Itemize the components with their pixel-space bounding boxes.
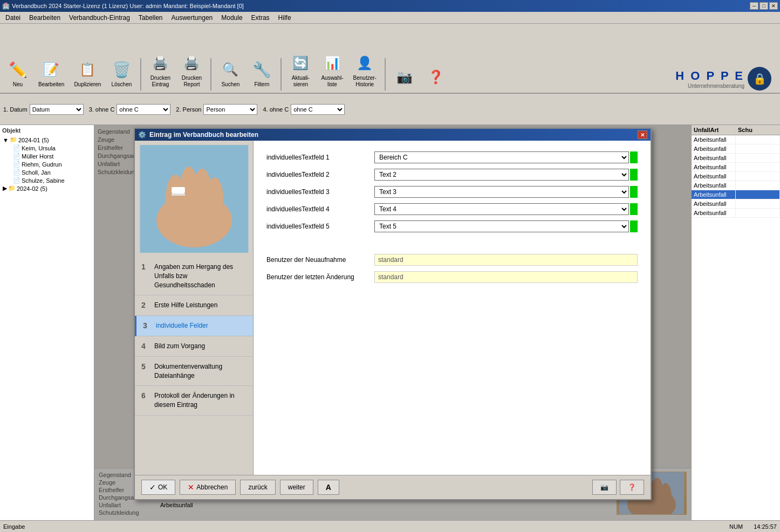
menu-extras[interactable]: Extras [247,12,274,23]
toolbar-history-label: Benutzer-Historie [353,75,377,88]
nav-label-5: Dokumentenverwaltung Dateianhänge [154,362,222,381]
modal-body: 1 Angaben zum Hergang des Unfalls bzw Ge… [135,141,651,475]
toolbar-help-button[interactable]: ❓ [421,64,450,91]
toolbar-edit-button[interactable]: 📝 Bearbeiten [35,56,68,91]
filter-select-2[interactable]: Person [203,104,257,115]
print-entry-icon: 🖨️ [149,52,171,74]
doc-icon-riehm: 📄 [13,161,20,168]
right-panel-cell-3-1 [736,163,780,171]
field1-select[interactable]: Bereich C [374,151,629,163]
right-panel-row-7[interactable]: Arbeitsunfall [692,199,780,209]
readonly1-value: standard [374,254,638,266]
tree-item-scholl[interactable]: 📄 Scholl, Jan [2,168,92,176]
menu-tabellen[interactable]: Tabellen [134,12,167,23]
menu-auswertungen[interactable]: Auswertungen [167,12,217,23]
toolbar-copy-button[interactable]: 📋 Duplizieren [70,56,105,91]
toolbar-search-label: Suchen [221,81,240,88]
maximize-button[interactable]: □ [760,2,768,10]
right-panel-cell-5-1 [736,181,780,190]
menu-module[interactable]: Module [217,12,247,23]
readonly2-value: standard [374,271,638,283]
field4-select[interactable]: Text 4 [374,203,629,215]
tree-item-keim[interactable]: 📄 Keim, Ursula [2,144,92,152]
nav-num-1: 1 [141,262,150,271]
filter-icon: 🔧 [251,59,272,80]
toolbar-print-report-label: DruckenReport [182,75,202,88]
field3-select[interactable]: Text 3 [374,186,629,198]
menu-verbandbuch[interactable]: Verbandbuch-Eintrag [65,12,134,23]
toolbar-refresh-button[interactable]: 🔄 Aktuali-sieren [286,50,315,91]
toolbar-new-button[interactable]: ✏️ Neu [3,56,32,91]
field5-select[interactable]: Text 5 [374,220,629,232]
status-bar: Eingabe NUM 14:25:57 [0,520,780,532]
filter-select-4[interactable]: ohne C [291,104,345,115]
toolbar-divider-1 [140,58,141,91]
help-icon: ❓ [425,66,447,88]
minimize-button[interactable]: ─ [750,2,758,10]
right-panel-cell-4-1 [736,172,780,181]
right-panel-cell-5-0: Arbeitsunfall [692,181,736,190]
right-panel-row-2[interactable]: Arbeitsunfall [692,154,780,163]
toolbar-camera-button[interactable]: 📷 [390,64,419,91]
svg-rect-7 [172,194,185,196]
tree-group-2024-01-header[interactable]: ▼ 📁 2024-01 (5) [2,136,92,144]
doc-icon-scholl: 📄 [13,169,20,176]
filter-select-1[interactable]: Datum [30,104,84,115]
ok-button[interactable]: ✓ OK [141,480,175,495]
toolbar-delete-button[interactable]: 🗑️ Löschen [107,56,136,91]
menu-hilfe[interactable]: Hilfe [274,12,296,23]
toolbar-search-button[interactable]: 🔍 Suchen [216,56,245,91]
menu-bearbeiten[interactable]: Bearbeiten [25,12,65,23]
toolbar-history-button[interactable]: 👤 Benutzer-Historie [350,50,380,91]
toolbar: ✏️ Neu 📝 Bearbeiten 📋 Duplizieren 🗑️ Lös… [0,24,780,94]
modal-help-button[interactable]: ❓ [620,480,644,495]
field2-label: individuellesTextfeld 2 [266,171,374,178]
field2-select[interactable]: Text 2 [374,169,629,181]
expand-icon-2024-02: ▶ [3,185,7,192]
nav-item-6[interactable]: 6 Protokoll der Änderungen in diesem Ein… [135,386,253,416]
toolbar-filter-button[interactable]: 🔧 Filtern [247,56,276,91]
right-panel-row-4[interactable]: Arbeitsunfall [692,172,780,181]
tree-panel: Objekt ▼ 📁 2024-01 (5) 📄 Keim, Ursula 📄 … [0,125,94,520]
tree-item-mueller[interactable]: 📄 Müller Horst [2,152,92,160]
nav-item-2[interactable]: 2 Erste Hilfe Leistungen [135,295,253,316]
field3-wrap: Text 3 [374,186,638,198]
toolbar-print-report-button[interactable]: 🖨️ DruckenReport [177,50,206,91]
modal-title-text: Eintrag im Verbandbuch bearbeiten [149,131,258,139]
tree-group-2024-02-header[interactable]: ▶ 📁 2024-02 (5) [2,184,92,192]
right-panel-row-5[interactable]: Arbeitsunfall [692,181,780,190]
nav-item-3[interactable]: 3 individuelle Felder [135,316,253,336]
form-row-readonly2: Benutzer der letzten Änderung standard [266,271,638,283]
right-panel-row-8[interactable]: Arbeitsunfall [692,209,780,218]
form-row-field5: individuellesTextfeld 5 Text 5 [266,220,638,232]
nav-label-1: Angaben zum Hergang des Unfalls bzw Gesu… [154,262,247,289]
modal-image [139,145,249,253]
modal-footer-right: 📷 ❓ [592,480,644,495]
window-controls[interactable]: ─ □ ✕ [750,2,778,10]
toolbar-list-button[interactable]: 📊 Auswahl-liste [317,50,347,91]
right-panel-row-3[interactable]: Arbeitsunfall [692,163,780,172]
field5-indicator [630,220,638,232]
field5-wrap: Text 5 [374,220,638,232]
right-panel-row-0[interactable]: Arbeitsunfall [692,135,780,144]
right-panel-row-1[interactable]: Arbeitsunfall [692,144,780,154]
modal-title-icon: ⚙️ [138,131,146,139]
menu-datei[interactable]: Datei [1,12,25,23]
back-button[interactable]: zurück [240,480,275,495]
toolbar-print-entry-button[interactable]: 🖨️ DruckenEintrag [146,50,175,91]
nav-item-4[interactable]: 4 Bild zum Vorgang [135,336,253,357]
modal-close-button[interactable]: ✕ [638,130,647,139]
close-button[interactable]: ✕ [769,2,778,10]
tree-item-schulze[interactable]: 📄 Schulze, Sabine [2,176,92,184]
tree-item-riehm[interactable]: 📄 Riehm, Gudrun [2,160,92,168]
nav-item-1[interactable]: 1 Angaben zum Hergang des Unfalls bzw Ge… [135,257,253,295]
right-panel-row-6[interactable]: Arbeitsunfall [692,190,780,199]
cancel-button[interactable]: ✕ Abbrechen [180,480,236,495]
filter-select-3[interactable]: ohne C [117,104,170,115]
font-button[interactable]: A [318,480,339,495]
nav-item-5[interactable]: 5 Dokumentenverwaltung Dateianhänge [135,357,253,386]
modal-camera-button[interactable]: 📷 [592,480,617,495]
center-content: GegenstandHubwagen ZeugeKein Zeuge Ersth… [94,125,691,520]
cancel-icon: ✕ [188,483,194,492]
next-button[interactable]: weiter [280,480,313,495]
